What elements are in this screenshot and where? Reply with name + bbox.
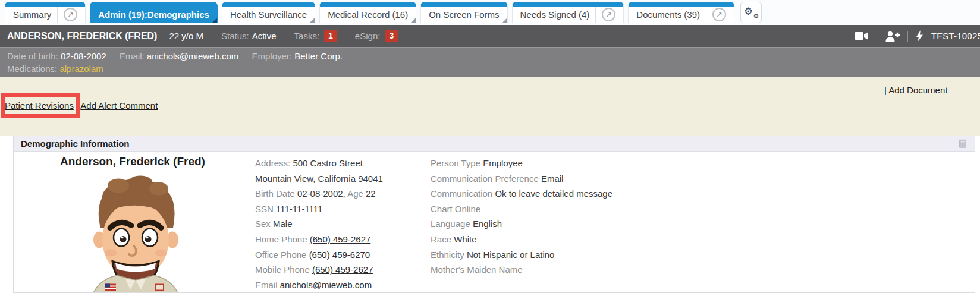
patient-age-sex: 22 y/o M xyxy=(169,31,203,41)
tab-medical-record[interactable]: Medical Record (16) xyxy=(319,2,416,23)
mothers-maiden-name-row: Mother's Maiden Name xyxy=(431,262,612,278)
contact-email-link[interactable]: anichols@mieweb.com xyxy=(280,280,372,290)
mobile-phone-link[interactable]: (650) 459-2627 xyxy=(312,264,373,275)
video-camera-icon[interactable] xyxy=(855,31,869,40)
lightning-icon[interactable] xyxy=(916,30,924,42)
address-line2: Mountain View, California 94041 xyxy=(255,174,383,184)
birth-date-row: Birth Date 02-08-2002, Age 22 xyxy=(255,186,383,201)
tab-label: Documents (39) xyxy=(636,10,700,20)
esign-count-badge[interactable]: 3 xyxy=(385,30,398,42)
ethnicity-row: Ethnicity Not Hispanic or Latino xyxy=(431,247,612,263)
contact-email-label: Email xyxy=(255,280,278,290)
tab-needs-signed[interactable]: Needs Signed (4) xyxy=(512,2,624,23)
tab-divider xyxy=(57,7,58,23)
dropdown-fold-icon xyxy=(212,18,217,23)
tab-label: Summary xyxy=(13,10,51,20)
person-type-value: Employee xyxy=(483,158,523,168)
employer-label: Employer: xyxy=(252,51,292,61)
patient-header-bar: ANDERSON, FREDERICK (FRED) 22 y/o M Stat… xyxy=(0,25,980,47)
webchart-demographics-screen: Summary Admin (19):Demographics Health S… xyxy=(0,0,980,293)
communication-row: Communication Ok to leave detailed messa… xyxy=(431,186,612,201)
communication-value: Ok to leave detailed message xyxy=(495,188,612,199)
contact-column: Address: 500 Castro Street Mountain View… xyxy=(255,156,383,292)
patient-display-name: Anderson, Frederick (Fred) xyxy=(14,155,252,168)
patient-name[interactable]: ANDERSON, FREDERICK (FRED) xyxy=(7,31,157,42)
add-alert-comment-link[interactable]: Add Alert Comment xyxy=(80,100,158,111)
address-label: Address: xyxy=(255,158,290,168)
gear-icon xyxy=(744,7,753,17)
link-separator: | xyxy=(884,85,887,95)
info-line-2: Medications: alprazolam xyxy=(7,62,973,75)
communication-preference-value: Email xyxy=(541,174,564,184)
dob-label: Date of birth: xyxy=(7,51,58,61)
ethnicity-label: Ethnicity xyxy=(431,250,464,260)
tab-documents[interactable]: Documents (39) xyxy=(628,2,734,23)
language-label: Language xyxy=(431,219,470,229)
home-phone-link[interactable]: (650) 459-2627 xyxy=(310,234,371,244)
tab-label: Needs Signed (4) xyxy=(520,10,590,20)
add-document-link[interactable]: Add Document xyxy=(888,85,947,95)
dropdown-fold-icon xyxy=(502,18,507,23)
communication-preference-label: Communication Preference xyxy=(431,174,539,184)
patient-action-links: Patient Revisions | Add Alert Comment xyxy=(5,100,158,111)
language-row: Language English xyxy=(431,216,612,232)
race-label: Race xyxy=(431,234,451,244)
tab-label: Admin (19):Demographics xyxy=(98,10,209,20)
birth-date-value: 02-08-2002, xyxy=(297,188,345,199)
tab-admin-demographics[interactable]: Admin (19):Demographics xyxy=(90,2,218,23)
birth-date-label: Birth Date xyxy=(255,188,295,199)
open-in-new-icon[interactable] xyxy=(602,8,615,21)
home-phone-row: Home Phone (650) 459-2627 xyxy=(255,232,383,247)
sex-label: Sex xyxy=(255,219,271,229)
tab-label: On Screen Forms xyxy=(429,10,499,20)
tasks-label: Tasks: xyxy=(294,31,320,41)
age-label: Age xyxy=(347,188,363,199)
medications-value[interactable]: alprazolam xyxy=(59,64,103,74)
patient-avatar[interactable] xyxy=(84,172,188,293)
action-strip: | Add Document Patient Revisions | Add A… xyxy=(0,77,980,136)
race-value: White xyxy=(454,234,476,244)
office-phone-link[interactable]: (650) 459-6270 xyxy=(309,250,370,260)
chart-id: TEST-10025 xyxy=(931,31,980,41)
info-line-1: Date of birth: 02-08-2002 Email: anichol… xyxy=(7,50,973,62)
ethnicity-value: Not Hispanic or Latino xyxy=(467,250,555,260)
status-label: Status: xyxy=(221,31,249,41)
chart-tab-bar: Summary Admin (19):Demographics Health S… xyxy=(0,0,980,25)
add-person-icon[interactable] xyxy=(885,31,900,42)
toolbar-divider xyxy=(907,31,908,42)
tab-label: Medical Record (16) xyxy=(328,10,408,20)
chart-online-row: Chart Online xyxy=(431,201,612,217)
tab-on-screen-forms[interactable]: On Screen Forms xyxy=(420,2,507,23)
chart-online-label: Chart Online xyxy=(431,204,480,214)
medications-label: Medications: xyxy=(7,64,57,74)
tab-label: Health Surveillance xyxy=(230,10,307,20)
dob-value: 02-08-2002 xyxy=(61,51,106,61)
race-row: Race White xyxy=(431,232,612,247)
add-document-area: | Add Document xyxy=(884,85,947,95)
home-phone-label: Home Phone xyxy=(255,234,307,244)
email-value: anichols@mieweb.com xyxy=(147,51,238,61)
mobile-phone-label: Mobile Phone xyxy=(255,264,310,275)
communication-label: Communication xyxy=(431,188,492,199)
tab-health-surveillance[interactable]: Health Surveillance xyxy=(222,2,315,23)
patient-revisions-link[interactable]: Patient Revisions xyxy=(5,100,74,111)
tab-summary[interactable]: Summary xyxy=(5,2,86,23)
dropdown-fold-icon xyxy=(411,18,416,23)
gear-icon-small xyxy=(753,13,759,20)
open-in-new-icon[interactable] xyxy=(712,8,726,21)
tasks-count-badge[interactable]: 1 xyxy=(324,30,337,42)
chart-book-icon[interactable] xyxy=(957,138,968,149)
language-value: English xyxy=(473,219,502,229)
demographic-information-panel: Demographic Information Anderson, Freder… xyxy=(13,136,975,293)
email-row: Email anichols@mieweb.com xyxy=(255,278,383,293)
attributes-column: Person Type Employee Communication Prefe… xyxy=(431,156,612,278)
ssn-value: 111-11-1111 xyxy=(276,204,322,214)
mobile-phone-row: Mobile Phone (650) 459-2627 xyxy=(255,262,383,278)
open-in-new-icon[interactable] xyxy=(64,8,77,21)
age-value: 22 xyxy=(366,188,376,199)
settings-button[interactable] xyxy=(740,2,762,23)
link-separator: | xyxy=(76,100,78,111)
mothers-maiden-name-label: Mother's Maiden Name xyxy=(431,264,523,275)
office-phone-row: Office Phone (650) 459-6270 xyxy=(255,247,383,263)
communication-preference-row: Communication Preference Email xyxy=(431,171,612,187)
